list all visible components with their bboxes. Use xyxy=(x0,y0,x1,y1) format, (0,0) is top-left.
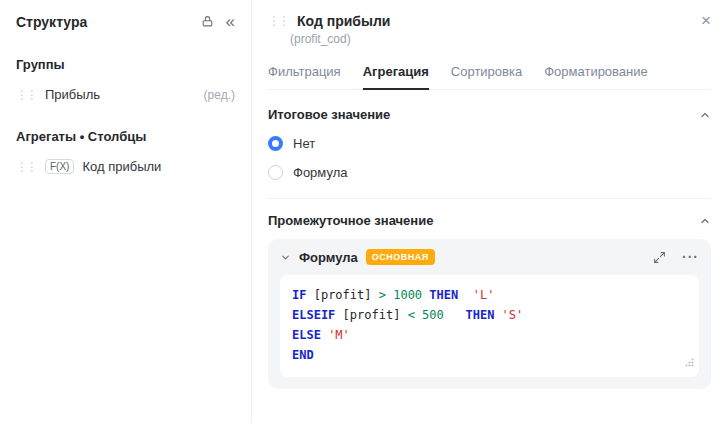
field-settings-panel: ⋮⋮ Код прибыли × (profit_cod) Фильтрация… xyxy=(252,0,727,423)
primary-badge: ОСНОВНАЯ xyxy=(366,249,435,265)
total-value-title: Итоговое значение xyxy=(268,107,390,122)
edit-link[interactable]: (ред.) xyxy=(204,88,235,102)
intermediate-value-section-header: Промежуточное значение xyxy=(268,213,711,228)
list-item-aggregate-profit-code[interactable]: ⋮⋮ F(X) Код прибыли xyxy=(16,159,235,174)
groups-section-title: Группы xyxy=(16,57,235,72)
formula-code: IF [profit] > 1000 THEN 'L'ELSEIF [profi… xyxy=(292,285,687,365)
formula-card-actions: ··· xyxy=(653,250,699,264)
aggregate-item-label: Код прибыли xyxy=(82,159,161,174)
radio-icon[interactable] xyxy=(268,165,283,180)
sidebar-tools: « xyxy=(201,13,235,30)
group-item-label: Прибыль xyxy=(45,87,100,102)
function-chip: F(X) xyxy=(45,159,74,174)
formula-card: Формула ОСНОВНАЯ ··· IF [profit] > 1000 … xyxy=(268,239,711,389)
formula-code-editor[interactable]: IF [profit] > 1000 THEN 'L'ELSEIF [profi… xyxy=(280,275,699,377)
field-id-subtitle: (profit_cod) xyxy=(290,32,711,46)
panel-title: Код прибыли xyxy=(297,13,390,29)
list-item-group-profit[interactable]: ⋮⋮ Прибыль (ред.) xyxy=(16,87,235,102)
collapse-sidebar-icon[interactable]: « xyxy=(226,13,235,30)
close-icon[interactable]: × xyxy=(701,12,711,29)
drag-handle-icon[interactable]: ⋮⋮ xyxy=(16,88,36,102)
drag-handle-icon[interactable]: ⋮⋮ xyxy=(16,160,36,174)
aggregates-section-title: Агрегаты • Столбцы xyxy=(16,129,235,144)
panel-header: ⋮⋮ Код прибыли × xyxy=(268,12,711,29)
sidebar-header: Структура « xyxy=(16,13,235,30)
formula-card-header: Формула ОСНОВНАЯ ··· xyxy=(280,249,699,265)
chevron-up-icon[interactable] xyxy=(699,215,711,227)
tab-sorting[interactable]: Сортировка xyxy=(451,59,522,89)
radio-option-none[interactable]: Нет xyxy=(268,136,711,151)
sidebar-title: Структура xyxy=(16,14,87,30)
radio-option-formula[interactable]: Формула xyxy=(268,165,711,180)
tab-formatting[interactable]: Форматирование xyxy=(544,59,648,89)
tab-filtering[interactable]: Фильтрация xyxy=(268,59,341,89)
structure-sidebar: Структура « Группы ⋮⋮ Прибыль (ред.) Агр… xyxy=(0,0,252,423)
section-divider xyxy=(268,198,711,199)
intermediate-value-title: Промежуточное значение xyxy=(268,213,433,228)
radio-label: Нет xyxy=(293,136,315,151)
settings-tabs: Фильтрация Агрегация Сортировка Форматир… xyxy=(268,59,711,90)
app-root: Структура « Группы ⋮⋮ Прибыль (ред.) Агр… xyxy=(0,0,727,423)
chevron-down-icon[interactable] xyxy=(280,252,291,263)
lock-icon[interactable] xyxy=(201,15,214,28)
resize-handle-icon[interactable] xyxy=(685,353,694,373)
radio-label: Формула xyxy=(293,165,347,180)
radio-icon[interactable] xyxy=(268,136,283,151)
drag-handle-icon[interactable]: ⋮⋮ xyxy=(268,14,288,28)
expand-icon[interactable] xyxy=(653,251,666,264)
tab-aggregation[interactable]: Агрегация xyxy=(363,59,429,90)
more-options-icon[interactable]: ··· xyxy=(682,250,699,264)
total-value-section-header: Итоговое значение xyxy=(268,107,711,122)
formula-card-title: Формула xyxy=(299,250,358,265)
chevron-up-icon[interactable] xyxy=(699,109,711,121)
